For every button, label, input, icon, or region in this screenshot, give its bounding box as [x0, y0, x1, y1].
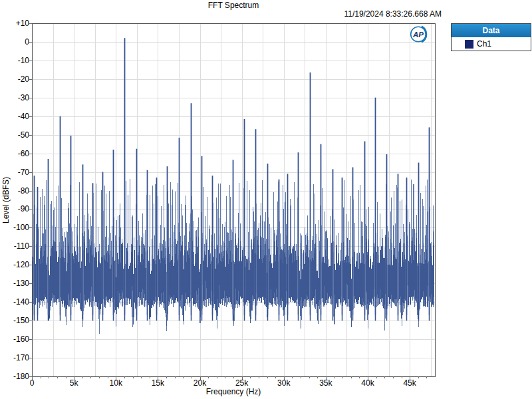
legend-body: Ch1 — [452, 37, 531, 51]
y-tick-label: -90 — [3, 204, 29, 213]
y-tick-label: -150 — [3, 316, 29, 325]
y-tick-label: -180 — [3, 372, 29, 381]
x-tick-label: 15k — [143, 378, 172, 388]
y-tick-label: -70 — [3, 168, 29, 177]
y-tick-label: -140 — [3, 297, 29, 307]
legend-swatch — [465, 40, 473, 49]
plot-canvas[interactable] — [0, 0, 532, 399]
y-tick-label: -130 — [3, 279, 29, 288]
legend-item-label: Ch1 — [477, 39, 491, 49]
y-tick-label: -40 — [3, 112, 29, 121]
x-tick-label: 40k — [353, 378, 382, 388]
x-tick-label: 35k — [311, 378, 340, 388]
y-tick-label: -60 — [3, 149, 29, 158]
y-tick-label: -100 — [3, 223, 29, 232]
y-tick-label: 0 — [3, 37, 29, 47]
y-tick-label: -110 — [3, 241, 29, 251]
y-tick-label: +10 — [3, 19, 29, 28]
ap-logo-text: AP — [412, 31, 424, 39]
y-tick-label: -80 — [3, 186, 29, 196]
y-tick-label: -50 — [3, 130, 29, 140]
x-tick-label: 20k — [186, 378, 215, 388]
legend-item-ch1[interactable]: Ch1 — [452, 37, 531, 51]
y-tick-label: -160 — [3, 334, 29, 344]
x-tick-label: 5k — [59, 378, 88, 388]
y-tick-label: -170 — [3, 353, 29, 362]
y-tick-label: -20 — [3, 74, 29, 84]
legend-panel: Data Ch1 — [451, 23, 531, 51]
legend-header: Data — [452, 24, 531, 37]
y-tick-label: -120 — [3, 260, 29, 269]
x-tick-label: 10k — [101, 378, 130, 388]
x-tick-label: 30k — [269, 378, 299, 388]
x-tick-label: 25k — [227, 378, 257, 388]
y-tick-label: -30 — [3, 93, 29, 102]
x-tick-label: 45k — [395, 378, 424, 388]
y-tick-label: -10 — [3, 56, 29, 65]
ap-logo: AP — [408, 25, 432, 45]
